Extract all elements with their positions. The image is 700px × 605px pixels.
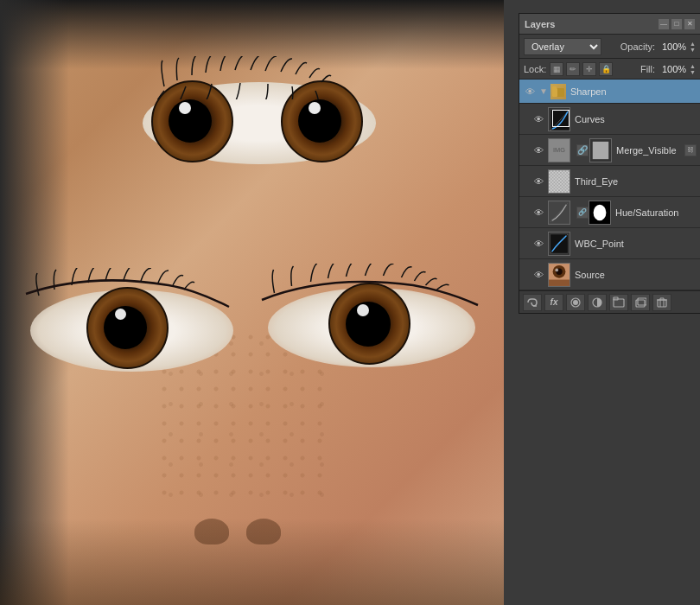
opacity-label: Opacity: <box>620 41 655 52</box>
layer-name-source: Source <box>575 270 697 280</box>
layer-name-merge: Merge_Visible <box>616 145 683 156</box>
visibility-icon-source[interactable]: 👁 <box>531 268 545 282</box>
layer-hue-saturation[interactable]: 👁 🔗 Hue/Saturation <box>519 197 700 228</box>
visibility-icon-curves[interactable]: 👁 <box>531 112 545 126</box>
lock-position-btn[interactable]: ✛ <box>582 62 596 76</box>
layer-name-wbc: WBC_Point <box>575 239 697 249</box>
delete-layer-button[interactable] <box>652 294 671 311</box>
lock-label: Lock: <box>524 64 546 74</box>
mask-button[interactable] <box>566 294 585 311</box>
visibility-icon-hue-sat[interactable]: 👁 <box>531 206 545 220</box>
svg-rect-25 <box>549 279 570 285</box>
chain-icon-merge: ⛓ <box>684 144 697 156</box>
layers-list: 👁 ▼ Sharpen 👁 Cur <box>519 80 700 290</box>
face-image <box>0 0 504 605</box>
minimize-button[interactable]: — <box>659 19 669 29</box>
layer-third-eye[interactable]: 👁 Third_Eye <box>519 166 700 197</box>
layers-panel: Layers — □ ✕ Overlay Normal Multiply Scr… <box>519 13 700 314</box>
fx-button[interactable]: fx <box>544 294 563 311</box>
close-button[interactable]: ✕ <box>684 19 695 29</box>
panel-header: Layers — □ ✕ <box>519 14 700 35</box>
layer-name-curves: Curves <box>575 114 697 124</box>
layer-name-sharpen: Sharpen <box>570 86 697 97</box>
layer-source[interactable]: 👁 Source <box>519 259 700 290</box>
canvas-area <box>0 0 504 605</box>
svg-point-24 <box>555 268 558 271</box>
opacity-stepper[interactable]: ▲ ▼ <box>690 41 696 53</box>
layer-thumb-source <box>548 263 570 287</box>
lock-icons: ▦ ✏ ✛ 🔒 <box>550 62 613 76</box>
layer-curves[interactable]: 👁 Curves <box>519 104 700 135</box>
blend-opacity-row: Overlay Normal Multiply Screen Opacity: … <box>519 35 700 59</box>
link-layers-button[interactable] <box>523 294 542 311</box>
new-group-button[interactable] <box>609 294 628 311</box>
svg-rect-33 <box>658 300 666 307</box>
lock-all-btn[interactable]: 🔒 <box>599 62 613 76</box>
lock-image-btn[interactable]: ✏ <box>566 62 580 76</box>
svg-rect-2 <box>552 86 557 90</box>
lock-transparent-btn[interactable]: ▦ <box>550 62 563 76</box>
svg-text:IMG: IMG <box>553 145 565 153</box>
visibility-icon-sharpen[interactable]: 👁 <box>523 85 537 99</box>
lock-row: Lock: ▦ ✏ ✛ 🔒 Fill: 100% ▲ ▼ <box>519 59 700 80</box>
layer-name-third-eye: Third_Eye <box>575 176 697 187</box>
layer-link-hue: 🔗 <box>576 207 589 219</box>
layer-link-icon-merge: 🔗 <box>576 144 589 156</box>
layer-thumb-third-eye <box>548 169 570 194</box>
layer-group-sharpen[interactable]: 👁 ▼ Sharpen <box>519 80 700 104</box>
new-layer-button[interactable] <box>631 294 650 311</box>
svg-rect-13 <box>549 170 570 193</box>
panel-controls: — □ ✕ <box>659 19 695 29</box>
folder-icon-sharpen <box>550 84 566 99</box>
fill-stepper[interactable]: ▲ ▼ <box>690 63 696 75</box>
fill-label: Fill: <box>640 64 655 74</box>
svg-rect-9 <box>593 141 608 158</box>
layer-thumb-hue-sat <box>548 201 570 225</box>
fill-value: 100% <box>659 64 686 74</box>
blend-mode-select[interactable]: Overlay Normal Multiply Screen <box>524 38 601 55</box>
group-expand-arrow[interactable]: ▼ <box>539 86 548 96</box>
maximize-button[interactable]: □ <box>671 19 682 29</box>
visibility-icon-merge[interactable]: 👁 <box>531 143 545 157</box>
layer-thumb-wbc <box>548 232 570 256</box>
layer-name-hue-sat: Hue/Saturation <box>615 207 697 218</box>
svg-point-27 <box>573 300 578 305</box>
adjustment-button[interactable] <box>588 294 607 311</box>
opacity-value: 100% <box>659 41 686 52</box>
layer-wbc-point[interactable]: 👁 WBC_Point <box>519 228 700 259</box>
layer-mask-hue <box>589 201 611 225</box>
svg-point-17 <box>594 204 607 220</box>
panel-footer: fx <box>519 290 700 313</box>
layer-merge-visible[interactable]: 👁 IMG 🔗 Merge_Visible ⛓ <box>519 135 700 166</box>
layer-thumb-curves <box>548 107 570 131</box>
layer-mask-merge <box>589 138 612 162</box>
panel-title: Layers <box>525 19 659 29</box>
visibility-icon-wbc[interactable]: 👁 <box>531 237 545 251</box>
visibility-icon-third-eye[interactable]: 👁 <box>531 175 545 188</box>
layer-thumb-merge: IMG <box>548 138 570 162</box>
